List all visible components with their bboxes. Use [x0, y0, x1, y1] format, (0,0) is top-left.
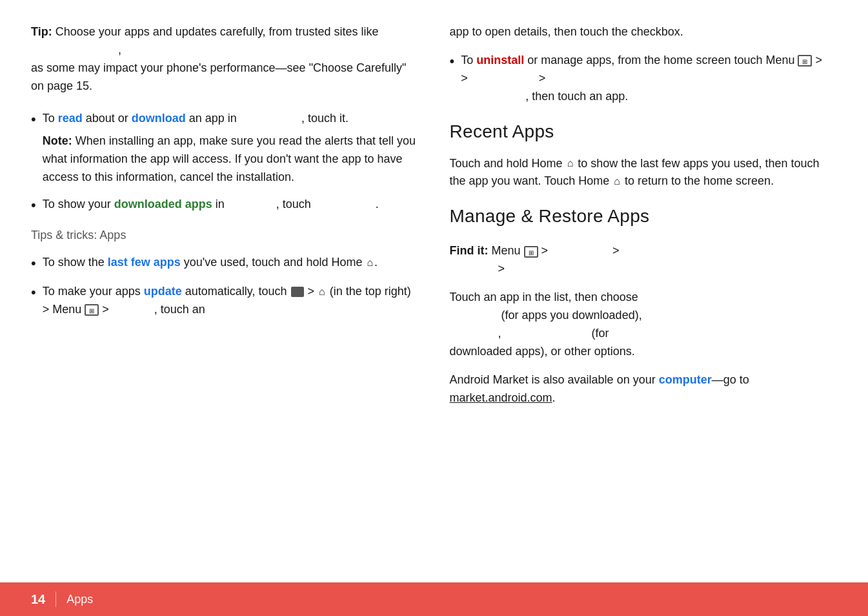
recent-apps-title: Recent Apps	[450, 121, 838, 142]
tip-paragraph: Tip: Choose your apps and updates carefu…	[31, 23, 419, 96]
last-few-apps-bullet: • To show the last few apps you've used,…	[31, 254, 419, 274]
manage-restore-body: Touch an app in the list, then choose (f…	[450, 289, 838, 361]
footer-section-label: Apps	[66, 593, 93, 606]
find-it-line: Find it: Menu ⊞ > > >	[450, 242, 838, 278]
tips-bullet-list: • To show the last few apps you've used,…	[31, 254, 419, 319]
downloaded-apps-label: downloaded apps	[114, 198, 212, 210]
left-bullet-list: • To read about or download an app in , …	[31, 110, 419, 216]
recent-apps-body: Touch and hold Home ⌂ to show the last f…	[450, 155, 838, 191]
page-container: Tip: Choose your apps and updates carefu…	[0, 0, 868, 616]
uninstall-content: To uninstall or manage apps, from the ho…	[461, 52, 837, 106]
last-few-apps-content: To show the last few apps you've used, t…	[43, 254, 419, 274]
find-it-label: Find it:	[450, 244, 489, 257]
uninstall-bullet: • To uninstall or manage apps, from the …	[450, 52, 838, 106]
market-suffix: .	[552, 391, 556, 404]
left-column: Tip: Choose your apps and updates carefu…	[31, 23, 419, 570]
camera-icon	[291, 287, 304, 297]
menu-icon-3: ⊞	[524, 246, 538, 258]
read-label: read	[58, 112, 83, 125]
note-block: Note: When installing an app, make sure …	[43, 132, 419, 187]
market-link[interactable]: market.android.com	[450, 391, 552, 404]
tip-text-2: as some may impact your phone's performa…	[31, 61, 406, 92]
tips-tricks-label: Tips & tricks: Apps	[31, 229, 419, 242]
android-market-body: Android Market is also available on your…	[450, 371, 838, 407]
content-area: Tip: Choose your apps and updates carefu…	[0, 0, 868, 582]
continuation-text: app to open details, then touch the chec…	[450, 23, 838, 41]
read-download-content: To read about or download an app in , to…	[43, 110, 419, 187]
home-icon-3: ⌂	[567, 156, 574, 172]
tip-label: Tip:	[31, 25, 52, 38]
right-bullet-list: • To uninstall or manage apps, from the …	[450, 52, 838, 106]
home-icon-4: ⌂	[614, 174, 620, 190]
bullet-dot-1: •	[31, 110, 36, 187]
home-icon-1: ⌂	[367, 255, 373, 271]
uninstall-label: uninstall	[476, 54, 524, 67]
manage-restore-title: Manage & Restore Apps	[450, 206, 838, 227]
footer-bar: 14 Apps	[0, 582, 868, 616]
downloaded-apps-content: To show your downloaded apps in , touch …	[43, 196, 419, 216]
update-label: update	[144, 285, 182, 298]
continuation-line1: app to open details, then touch the chec…	[450, 25, 683, 38]
bullet-dot-2: •	[31, 196, 36, 216]
footer-page-number: 14	[31, 592, 45, 607]
read-download-bullet: • To read about or download an app in , …	[31, 110, 419, 187]
computer-label: computer	[659, 373, 712, 386]
menu-icon-2: ⊞	[798, 55, 812, 67]
update-content: To make your apps update automatically, …	[43, 283, 419, 319]
menu-icon-1: ⊞	[85, 304, 99, 316]
bullet-dot-5: •	[450, 52, 455, 106]
last-few-apps-label: last few apps	[108, 256, 181, 269]
tip-text: Choose your apps and updates carefully, …	[31, 25, 379, 56]
home-icon-2: ⌂	[319, 284, 325, 300]
note-label: Note:	[43, 134, 72, 147]
update-bullet: • To make your apps update automatically…	[31, 283, 419, 319]
footer-divider	[56, 591, 56, 607]
right-column: app to open details, then touch the chec…	[450, 23, 838, 570]
downloaded-apps-bullet: • To show your downloaded apps in , touc…	[31, 196, 419, 216]
bullet-dot-4: •	[31, 283, 36, 319]
download-label: download	[132, 112, 186, 125]
bullet-dot-3: •	[31, 254, 36, 274]
